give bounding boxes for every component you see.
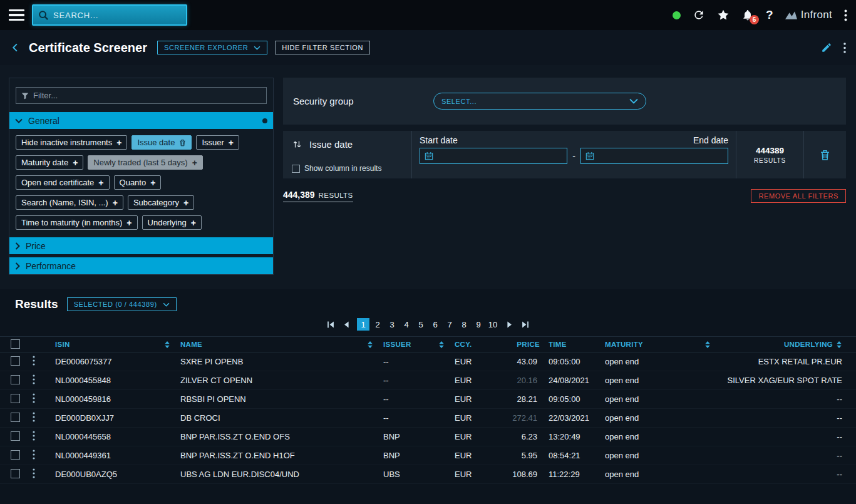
row-menu-icon[interactable]: [33, 374, 35, 384]
hide-filter-section-button[interactable]: HIDE FILTER SECTION: [275, 41, 370, 54]
refresh-icon[interactable]: [693, 9, 705, 21]
search-icon: [38, 10, 49, 21]
global-search[interactable]: [32, 4, 187, 26]
select-all-checkbox[interactable]: [11, 339, 20, 349]
selected-dropdown[interactable]: SELECTED (0 / 444389): [67, 297, 177, 311]
table-row[interactable]: DE000DB0XJJ7 DB CROCI -- EUR 272.41 22/0…: [0, 409, 856, 428]
cell-underlying: --: [721, 451, 842, 460]
page-number[interactable]: 5: [415, 318, 427, 331]
filter-chip[interactable]: Time to maturity (in months) +: [16, 215, 138, 230]
filter-search-input[interactable]: [33, 91, 261, 100]
row-menu-icon[interactable]: [33, 393, 35, 403]
filter-chip[interactable]: Quanto +: [114, 175, 162, 190]
page-number[interactable]: 2: [371, 318, 384, 331]
notifications-button[interactable]: 6: [741, 9, 754, 21]
filter-chip[interactable]: Hide inactive instruments +: [16, 135, 127, 150]
row-checkbox[interactable]: [11, 356, 20, 366]
edit-icon[interactable]: [821, 42, 832, 53]
table-row[interactable]: NL0000449361 BNP PAR.ISS.ZT O.END H1OF B…: [0, 446, 856, 465]
row-checkbox[interactable]: [11, 431, 20, 441]
row-checkbox[interactable]: [11, 450, 20, 460]
cell-ccy: EUR: [455, 357, 496, 366]
cell-price: 5.95: [496, 451, 540, 460]
sort-icon: [704, 341, 711, 349]
row-menu-icon[interactable]: [33, 468, 35, 478]
table-row[interactable]: NL0000445658 BNP PAR.ISS.ZT O.END OFS BN…: [0, 428, 856, 446]
row-menu-cell: [33, 450, 55, 461]
page-number[interactable]: 6: [429, 318, 441, 331]
cell-isin: NL0000445658: [55, 432, 180, 441]
filter-chips: Hide inactive instruments + Issue date +: [9, 129, 273, 237]
page-number[interactable]: 10: [487, 318, 499, 331]
page-number[interactable]: 8: [458, 318, 470, 331]
table-row[interactable]: NL0000455848 ZILVER CT OPENN -- EUR 20.1…: [0, 371, 856, 390]
security-group-select[interactable]: SELECT...: [433, 93, 646, 110]
section-header-price[interactable]: Price: [9, 237, 273, 254]
search-input[interactable]: [53, 11, 181, 20]
section-header-performance[interactable]: Performance: [9, 257, 273, 274]
header-checkbox-cell: [9, 339, 33, 350]
table-row[interactable]: NL0000459816 RBSBI PI OPENN -- EUR 28.21…: [0, 390, 856, 409]
results-table: ISIN NAME ISSUER CCY. PRICE: [0, 336, 856, 484]
page-number[interactable]: 9: [472, 318, 485, 331]
add-filter-icon: +: [116, 138, 121, 147]
row-menu-icon[interactable]: [33, 356, 35, 366]
row-checkbox[interactable]: [11, 469, 20, 478]
table-row[interactable]: DE000UB0AZQ5 UBS AG LDN EUR.DISC04/UND U…: [0, 465, 856, 484]
add-filter-icon: +: [73, 158, 78, 167]
row-checkbox[interactable]: [11, 413, 20, 422]
star-icon[interactable]: [717, 9, 730, 21]
row-checkbox[interactable]: [11, 375, 20, 384]
prev-page-button[interactable]: [341, 321, 351, 329]
remove-all-filters-button[interactable]: REMOVE ALL FILTERS: [751, 189, 846, 203]
help-button[interactable]: ?: [766, 8, 773, 22]
end-date-field[interactable]: [580, 148, 728, 164]
filter-search-field[interactable]: [16, 87, 267, 104]
back-button[interactable]: [10, 42, 21, 53]
page-number[interactable]: 4: [400, 318, 413, 331]
filter-chip[interactable]: Issue date +: [131, 135, 192, 150]
column-header-ccy[interactable]: CCY.: [455, 341, 496, 348]
end-date-input[interactable]: [599, 152, 723, 161]
results-header: Results SELECTED (0 / 444389): [0, 297, 856, 311]
filter-chip[interactable]: Issuer +: [196, 135, 239, 150]
titlebar-overflow-menu-icon[interactable]: [843, 43, 846, 53]
column-header-price[interactable]: PRICE: [496, 341, 540, 348]
filter-chip[interactable]: Maturity date +: [16, 155, 83, 170]
screener-explorer-dropdown[interactable]: SCREENER EXPLORER: [157, 41, 267, 54]
remove-issue-date-filter-button[interactable]: [803, 131, 846, 178]
next-page-button[interactable]: [505, 321, 515, 329]
row-menu-icon[interactable]: [33, 412, 35, 422]
filter-chip[interactable]: Newly traded (last 5 days) +: [88, 155, 202, 170]
cell-name: SXRE PI OPENB: [180, 357, 383, 366]
start-date-input[interactable]: [438, 152, 562, 161]
filter-chip[interactable]: Search (Name, ISIN, ...) +: [16, 195, 123, 210]
row-menu-icon[interactable]: [33, 431, 35, 441]
page-number[interactable]: 7: [443, 318, 456, 331]
column-header-maturity[interactable]: MATURITY: [605, 341, 721, 349]
cell-issuer: BNP: [383, 451, 455, 460]
topbar-overflow-menu-icon[interactable]: [844, 9, 847, 21]
menu-icon[interactable]: [9, 9, 24, 21]
sort-icon: [836, 341, 842, 349]
column-header-issuer[interactable]: ISSUER: [383, 341, 455, 349]
first-page-button[interactable]: [326, 321, 336, 329]
column-header-isin[interactable]: ISIN: [55, 341, 180, 349]
column-header-time[interactable]: TIME: [540, 341, 605, 348]
show-column-checkbox[interactable]: [292, 165, 300, 173]
page-number[interactable]: 1: [357, 318, 369, 331]
row-menu-icon[interactable]: [33, 450, 35, 460]
start-date-field[interactable]: [420, 148, 567, 164]
table-row[interactable]: DE0006075377 SXRE PI OPENB -- EUR 43.09 …: [0, 352, 856, 371]
cell-time: 13:20:49: [540, 432, 605, 441]
row-checkbox[interactable]: [11, 394, 20, 403]
filter-chip[interactable]: Underlying +: [142, 215, 202, 230]
page-number[interactable]: 3: [386, 318, 398, 331]
column-header-name[interactable]: NAME: [180, 341, 383, 349]
column-header-underlying[interactable]: UNDERLYING: [721, 341, 842, 349]
filter-chip[interactable]: Open end certificate +: [16, 175, 110, 190]
section-header-general[interactable]: General: [9, 112, 273, 129]
filter-chip[interactable]: Subcategory +: [128, 195, 194, 210]
show-column-toggle[interactable]: Show column in results: [292, 164, 403, 173]
last-page-button[interactable]: [520, 321, 530, 329]
